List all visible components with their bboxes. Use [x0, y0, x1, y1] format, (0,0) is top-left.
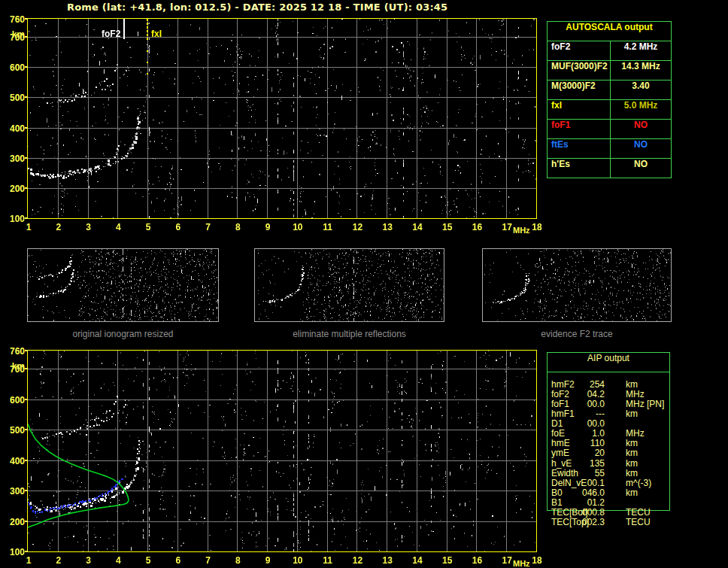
x-tick: 4 [110, 555, 126, 566]
autoscala-param-value: NO [611, 120, 671, 138]
x-tick: 14 [409, 222, 426, 232]
autoscala-param-label: foF2 [548, 41, 611, 60]
aip-row-TEC[Top]: TEC[Top]002.3TECU [547, 517, 670, 527]
autoscala-param-label: MUF(3000)F2 [548, 61, 611, 80]
y-tick-mark [25, 217, 28, 219]
page-title: Rome (lat: +41.8, lon: 012.5) - DATE: 20… [67, 2, 447, 13]
x-tick: 2 [50, 222, 67, 232]
x-tick: 15 [439, 222, 456, 232]
aip-row-B1: B101.2 [547, 497, 670, 507]
y-tick-mark [25, 157, 28, 159]
aip-param-unit: km [626, 458, 638, 469]
aip-row-ymE: ymE20km [547, 448, 670, 457]
aip-row-hmE: hmE110km [547, 438, 670, 448]
aip-param-value: 00.1 [566, 478, 605, 488]
y-tick: 300 [0, 153, 25, 164]
y-tick-mark [25, 399, 28, 400]
y-tick-mark [25, 460, 28, 461]
y-tick-mark [25, 18, 28, 20]
aip-row-DelN_vE: DelN_vE00.1m^(-3) [547, 478, 670, 488]
aip-row-Ewidth: Ewidth55km [547, 468, 670, 478]
ionogram-top-canvas [28, 19, 536, 218]
aip-param-value: 135 [566, 458, 605, 469]
x-tick: 11 [320, 222, 336, 232]
fof2-marker-label: foF2 [102, 29, 120, 39]
aip-param-unit: km [626, 448, 638, 458]
aip-table-title: AIP output [548, 353, 669, 372]
aip-param-value: 01.2 [566, 497, 605, 508]
x-tick: 12 [349, 222, 366, 232]
aip-param-label: B0 [551, 488, 563, 498]
aip-param-value: --- [566, 409, 605, 419]
x-tick: 14 [409, 555, 426, 566]
aip-row-hmF1: hmF1---km [547, 409, 670, 418]
autoscala-row-foF1: foF1NO [548, 120, 671, 139]
y-tick-mark [25, 350, 28, 351]
aip-param-unit: km [626, 379, 638, 390]
y-tick: 200 [0, 517, 25, 527]
autoscala-param-value: 5.0 MHz [611, 100, 671, 119]
autoscala-output-table: AUTOSCALA output foF24.2 MHzMUF(3000)F21… [547, 21, 672, 178]
aip-param-value: 110 [566, 438, 605, 448]
y-tick: 100 [0, 547, 25, 557]
x-tick: 9 [259, 222, 276, 232]
x-tick: 2 [50, 555, 67, 566]
x-tick: 7 [200, 222, 217, 232]
y-tick-mark [25, 36, 28, 38]
x-tick: 3 [80, 555, 97, 566]
autoscala-param-label: h'Es [548, 159, 611, 178]
autoscala-param-value: 14.3 MHz [611, 61, 671, 80]
x-tick: 16 [469, 222, 485, 232]
autoscala-param-label: M(3000)F2 [548, 80, 611, 99]
aip-param-unit: MHz [626, 389, 645, 399]
aip-param-unit: TECU [626, 517, 651, 527]
aip-param-unit: km [626, 488, 638, 498]
aip-param-unit: km [626, 438, 638, 448]
autoscala-param-label: fxI [548, 100, 611, 119]
aip-param-value: 046.0 [566, 488, 605, 498]
y-tick-mark [25, 66, 28, 68]
x-tick: 13 [379, 222, 396, 232]
autoscala-param-value: 4.2 MHz [611, 41, 671, 60]
aip-param-unit: km [626, 468, 638, 478]
autoscala-row-h'Es: h'EsNO [548, 159, 671, 178]
aip-row-TEC[Bot]: TEC[Bot]000.8TECU [547, 507, 670, 517]
x-tick: 17 [499, 222, 515, 232]
aip-param-label: foE [551, 428, 565, 439]
aip-row-h_vE: h_vE135km [547, 458, 670, 468]
y-tick-mark [25, 96, 28, 98]
aip-param-value: 00.0 [566, 399, 605, 409]
thumbnail-original-caption: original ionogram resized [27, 329, 219, 339]
x-tick: 4 [110, 222, 126, 232]
aip-param-value: 55 [566, 468, 605, 478]
autoscala-param-value: NO [611, 159, 671, 178]
aip-param-value: 002.3 [566, 517, 605, 527]
thumbnail-eliminate-canvas [255, 249, 444, 321]
x-tick: 17 [499, 555, 515, 566]
thumbnail-evidence-caption: evidence F2 trace [482, 329, 672, 339]
aip-param-value: 000.8 [566, 507, 605, 518]
fxi-marker-label: fxI [151, 29, 162, 39]
y-axis-unit: km [0, 29, 25, 40]
aip-param-value: 00.0 [566, 418, 605, 429]
aip-param-value: 254 [566, 379, 605, 390]
autoscala-screen: Rome (lat: +41.8, lon: 012.5) - DATE: 20… [0, 0, 728, 568]
aip-row-foE: foE1.0MHz [547, 428, 670, 438]
aip-rows: hmF2254kmfoF204.2MHzfoF100.0MHz[PN]hmF1-… [547, 379, 670, 527]
x-tick: 18 [529, 555, 545, 566]
x-tick: 5 [140, 222, 156, 232]
aip-param-extra: [PN] [647, 399, 664, 409]
x-tick: 6 [170, 555, 187, 566]
autoscala-row-fxI: fxI5.0 MHz [548, 100, 671, 120]
aip-row-D1: D100.0 [547, 418, 670, 428]
aip-param-unit: TECU [626, 507, 651, 518]
thumbnail-original-ionogram [27, 248, 219, 322]
aip-row-B0: B0046.0km [547, 488, 670, 497]
ionogram-bottom-canvas [28, 351, 536, 551]
y-tick-mark [25, 429, 28, 430]
x-tick: 11 [320, 555, 336, 566]
autoscala-param-label: foF1 [548, 120, 611, 138]
autoscala-table-title: AUTOSCALA output [548, 22, 671, 41]
aip-param-unit: MHz [626, 428, 645, 439]
y-tick: 100 [0, 214, 25, 224]
